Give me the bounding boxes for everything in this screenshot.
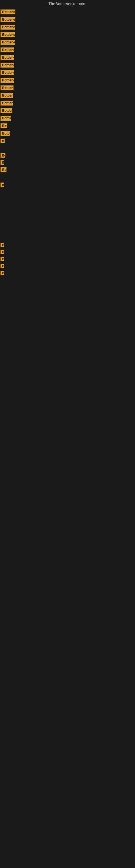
spacer-23: [0, 174, 135, 181]
bottleneck-row-34: B: [0, 255, 135, 262]
bottleneck-badge-18[interactable]: B: [1, 138, 5, 143]
bottleneck-row-24: B: [0, 181, 135, 188]
bottleneck-badge-35[interactable]: B: [1, 264, 4, 268]
bottleneck-badge-8[interactable]: Bottleneck result: [1, 63, 14, 67]
bottleneck-row-14: Bottleneck re: [0, 107, 135, 115]
bottleneck-row-3: Bottleneck result: [0, 23, 135, 31]
bottleneck-badge-9[interactable]: Bottleneck result: [1, 70, 14, 75]
bottleneck-badge-22[interactable]: Bott: [1, 167, 6, 172]
bottleneck-row-33: B: [0, 248, 135, 255]
spacer-19: [0, 144, 135, 152]
bottleneck-row-35: B: [0, 262, 135, 270]
spacer-28: [0, 211, 135, 219]
bottleneck-badge-5[interactable]: Bottleneck result: [1, 40, 15, 45]
site-title: TheBottlenecker.com: [0, 0, 135, 8]
bottleneck-row-17: Bottlen: [0, 130, 135, 137]
bottleneck-badge-13[interactable]: Bottleneck re: [1, 101, 13, 105]
bottleneck-badge-3[interactable]: Bottleneck result: [1, 25, 15, 30]
bottleneck-badge-4[interactable]: Bottleneck result: [1, 32, 15, 37]
bottleneck-badge-1[interactable]: Bottleneck result: [1, 9, 15, 14]
bottleneck-badge-32[interactable]: B: [1, 243, 4, 247]
bottleneck-badge-14[interactable]: Bottleneck re: [1, 108, 12, 113]
bottleneck-row-18: B: [0, 137, 135, 144]
bottleneck-row-21: B: [0, 159, 135, 166]
bottleneck-badge-21[interactable]: B: [1, 160, 4, 165]
spacer-31: [0, 234, 135, 241]
bottleneck-row-12: Bottleneck re: [0, 92, 135, 99]
bottleneck-row-32: B: [0, 241, 135, 248]
bottleneck-row-2: Bottleneck result: [0, 16, 135, 23]
bottleneck-badge-6[interactable]: Bottleneck result: [1, 48, 14, 52]
bottleneck-row-6: Bottleneck result: [0, 46, 135, 54]
bottleneck-row-4: Bottleneck result: [0, 31, 135, 38]
bottleneck-badge-10[interactable]: Bottleneck result: [1, 78, 14, 83]
bottleneck-badge-2[interactable]: Bottleneck result: [1, 17, 15, 22]
bottleneck-badge-15[interactable]: Bottlenec: [1, 116, 11, 121]
spacer-30: [0, 226, 135, 234]
bottleneck-badge-33[interactable]: B: [1, 250, 4, 254]
spacer-29: [0, 219, 135, 226]
bottleneck-badge-11[interactable]: Bottleneck result: [1, 86, 13, 90]
bottleneck-row-36: B: [0, 270, 135, 277]
bottleneck-row-16: Bot: [0, 122, 135, 130]
bottleneck-row-1: Bottleneck result: [0, 8, 135, 16]
bottleneck-row-8: Bottleneck result: [0, 61, 135, 69]
bottleneck-row-22: Bott: [0, 166, 135, 174]
bottleneck-row-11: Bottleneck result: [0, 84, 135, 92]
bottleneck-row-15: Bottlenec: [0, 115, 135, 122]
bottleneck-badge-34[interactable]: B: [1, 257, 4, 261]
spacer-26: [0, 196, 135, 204]
bottleneck-badge-20[interactable]: Bo: [1, 153, 5, 158]
items-container: Bottleneck resultBottleneck resultBottle…: [0, 8, 135, 277]
bottleneck-badge-36[interactable]: B: [1, 271, 4, 275]
bottleneck-row-20: Bo: [0, 152, 135, 159]
bottleneck-badge-24[interactable]: B: [1, 183, 4, 187]
spacer-27: [0, 204, 135, 211]
bottleneck-badge-17[interactable]: Bottlen: [1, 131, 10, 136]
bottleneck-badge-16[interactable]: Bot: [1, 123, 7, 128]
bottleneck-row-7: Bottleneck result: [0, 54, 135, 61]
bottleneck-row-5: Bottleneck result: [0, 38, 135, 46]
bottleneck-badge-12[interactable]: Bottleneck re: [1, 93, 13, 98]
bottleneck-badge-7[interactable]: Bottleneck result: [1, 55, 14, 60]
bottleneck-row-13: Bottleneck re: [0, 99, 135, 107]
bottleneck-row-10: Bottleneck result: [0, 76, 135, 84]
bottleneck-row-9: Bottleneck result: [0, 69, 135, 76]
spacer-25: [0, 188, 135, 196]
